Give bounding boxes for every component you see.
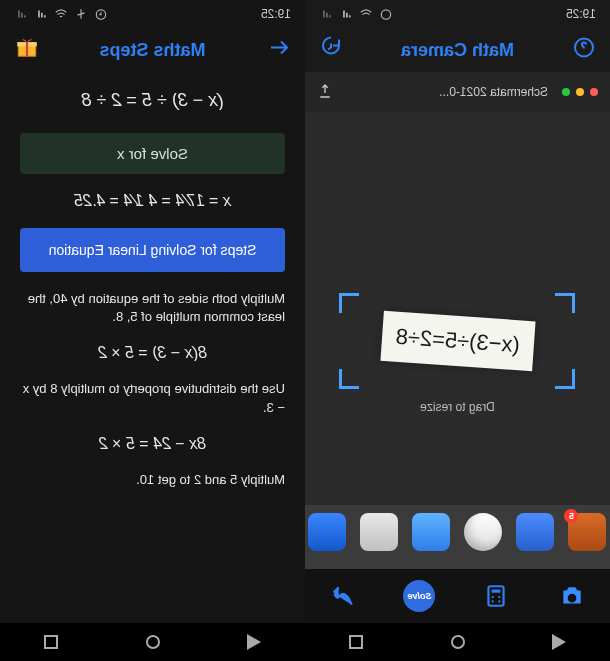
app-bar: Maths Steps	[0, 28, 305, 72]
solve-bubble-icon: Solve	[403, 580, 435, 612]
nav-solve[interactable]: Solve	[401, 578, 437, 614]
steps-content: (x − 3) ÷ 5 = 2 ÷ 8 Solve for x x = 17⁄4…	[0, 72, 305, 623]
svg-rect-3	[26, 42, 28, 56]
recents-icon[interactable]	[44, 635, 58, 649]
badge: 5	[565, 509, 579, 523]
status-bar: 19:25	[305, 0, 610, 28]
alarm-icon	[94, 7, 108, 21]
page-title: Maths Steps	[99, 40, 205, 61]
dock-app-icon	[413, 513, 451, 551]
solution-result: x = 17⁄4 = 4 1⁄4 = 4.25	[20, 192, 285, 210]
status-icons	[319, 7, 393, 21]
page-title: Math Camera	[401, 40, 514, 61]
dock-app-icon	[309, 513, 347, 551]
svg-point-9	[491, 596, 493, 598]
crop-frame[interactable]: (x−3)÷5=2÷8 Drag to resize	[343, 296, 573, 386]
step-2-equation: 8x − 24 = 5 × 2	[20, 435, 285, 453]
history-button[interactable]	[319, 36, 343, 65]
step-3-text: Multiply 5 and 2 to get 10.	[20, 471, 285, 489]
shutter-button[interactable]	[465, 513, 503, 551]
help-button[interactable]	[572, 36, 596, 65]
captured-equation: (x−3)÷5=2÷8	[380, 310, 536, 371]
step-1-equation: 8(x − 3) = 5 × 2	[20, 344, 285, 362]
history-icon	[319, 36, 343, 60]
calculator-icon	[483, 583, 509, 609]
dock-app-icon	[361, 513, 399, 551]
share-icon	[317, 83, 333, 102]
status-time: 19:25	[566, 7, 596, 21]
steps-button[interactable]: Steps for Solving Linear Equation	[20, 228, 285, 272]
back-icon[interactable]	[552, 634, 566, 650]
step-1-text: Multiply both sides of the equation by 4…	[20, 290, 285, 326]
wifi-icon	[359, 7, 373, 21]
status-bar: 19:25	[0, 0, 305, 28]
question-circle-icon	[572, 36, 596, 60]
signal2-icon	[14, 7, 28, 21]
alarm-icon	[379, 7, 393, 21]
preview-filename: Schermata 2021-0...	[439, 85, 548, 99]
home-icon[interactable]	[451, 635, 465, 649]
nav-camera[interactable]	[554, 578, 590, 614]
signal-icon	[339, 7, 353, 21]
system-nav-bar	[305, 623, 610, 661]
camera-icon	[559, 583, 585, 609]
solve-for-button[interactable]: Solve for x	[20, 133, 285, 174]
wifi-icon	[54, 7, 68, 21]
svg-point-11	[491, 600, 493, 602]
svg-point-4	[381, 10, 390, 19]
crop-corner-icon[interactable]	[556, 369, 576, 389]
window-close-icon	[590, 88, 598, 96]
recents-icon[interactable]	[349, 635, 363, 649]
main-equation: (x − 3) ÷ 5 = 2 ÷ 8	[20, 90, 285, 111]
svg-rect-6	[488, 586, 503, 606]
home-icon[interactable]	[146, 635, 160, 649]
system-nav-bar	[0, 623, 305, 661]
arrow-left-icon	[267, 36, 291, 60]
status-icons	[14, 7, 108, 21]
nav-calculator[interactable]	[478, 578, 514, 614]
camera-content: Schermata 2021-0... (x−3)÷5=2÷8 Drag to …	[305, 72, 610, 623]
svg-point-10	[498, 600, 500, 602]
crop-corner-icon[interactable]	[340, 293, 360, 313]
capture-area[interactable]: (x−3)÷5=2÷8 Drag to resize 5	[305, 112, 610, 569]
status-time: 19:25	[261, 7, 291, 21]
dock-app-icon: 5	[569, 513, 607, 551]
nav-draw[interactable]	[325, 578, 361, 614]
dock-app-icon	[517, 513, 555, 551]
bottom-nav: Solve	[305, 569, 610, 623]
back-button[interactable]	[267, 36, 291, 65]
window-minimize-icon	[576, 88, 584, 96]
gift-icon	[14, 35, 40, 61]
signal2-icon	[319, 7, 333, 21]
back-icon[interactable]	[247, 634, 261, 650]
silent-icon	[74, 7, 88, 21]
svg-point-8	[498, 596, 500, 598]
app-bar: Math Camera	[305, 28, 610, 72]
gift-button[interactable]	[14, 35, 40, 66]
step-2-text: Use the distributive property to multipl…	[20, 380, 285, 416]
window-zoom-icon	[562, 88, 570, 96]
signal-icon	[34, 7, 48, 21]
crop-corner-icon[interactable]	[556, 293, 576, 313]
image-preview-bar: Schermata 2021-0...	[305, 72, 610, 112]
svg-rect-7	[491, 590, 500, 593]
dock-background: 5	[305, 505, 610, 569]
drag-hint: Drag to resize	[420, 400, 495, 414]
crop-corner-icon[interactable]	[340, 369, 360, 389]
draw-icon	[330, 583, 356, 609]
